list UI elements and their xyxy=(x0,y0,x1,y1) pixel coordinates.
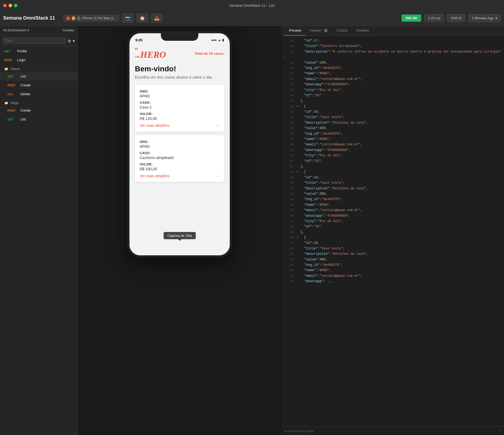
sidebar-item-casos-create[interactable]: POST Create xyxy=(0,81,77,90)
phone-time: 9:25 xyxy=(135,38,142,42)
sidebar-item-ongs-list[interactable]: GET List xyxy=(0,115,77,124)
share-icon[interactable]: 📤 xyxy=(151,14,162,23)
sidebar-item-label: List xyxy=(20,117,26,121)
phone-notch xyxy=(161,33,198,41)
tab-cookie[interactable]: Cookie xyxy=(332,26,352,36)
record-button[interactable] xyxy=(66,16,70,20)
json-line-39: 39 "id" : 19 , xyxy=(281,175,504,180)
method-get-badge: GET xyxy=(4,50,14,53)
sidebar-item-login[interactable]: POST Login xyxy=(0,56,77,64)
tab-preview[interactable]: Preview xyxy=(285,26,306,36)
ago-label: 2 Minutes Ago xyxy=(472,16,494,20)
json-line-51: 51 "id" : 20 , xyxy=(281,240,504,246)
caso-value-2: Cachorro atropleado xyxy=(140,156,220,160)
folder-icon: 📁 xyxy=(4,67,8,71)
phone-content: BE THE HERO Total de 15 casos. Bem-vindo… xyxy=(129,45,230,255)
json-line-16: 16 "title" : "Cachorro atropleado" , xyxy=(281,43,504,49)
json-line-31: 31 "ong_id" : "de4a92fd" , xyxy=(281,131,504,137)
sidebar-item-profile[interactable]: GET Profile xyxy=(0,47,77,56)
device-label: iPhone 11 Pro Max (1... xyxy=(82,16,116,20)
phone-welcome-heading: Bem-vindo! xyxy=(135,65,224,73)
time-badge: 2.25 ms xyxy=(424,14,444,22)
ong-value-2: APAD xyxy=(140,144,220,149)
json-line-44: 44 "name" : "APAD" , xyxy=(281,202,504,208)
json-line-34: 34 "whatsapp" : "4700000000" , xyxy=(281,148,504,153)
json-line-19: 19 "ong_id" : "de4a92fd" , xyxy=(281,65,504,71)
json-line-45: 45 "email" : "contato@apad.com.br" , xyxy=(281,208,504,213)
phone-app-header: BE THE HERO Total de 15 casos. xyxy=(135,45,224,61)
tab-header[interactable]: Header 8 xyxy=(306,26,332,36)
home-icon[interactable]: 🏠 xyxy=(137,14,148,23)
section-casos[interactable]: 📁 Casos xyxy=(0,64,77,72)
json-line-26: 26 ▼ { xyxy=(281,104,504,109)
help-icon[interactable]: ? xyxy=(499,429,501,433)
sidebar-item-casos-list[interactable]: GET List xyxy=(0,72,77,81)
json-line-38: 38 ▼ { xyxy=(281,169,504,175)
valor-label-2: VALOR: xyxy=(140,163,220,166)
json-line-30: 30 "value" : 900 , xyxy=(281,126,504,131)
fullscreen-button[interactable] xyxy=(14,4,17,7)
filter-input[interactable] xyxy=(3,37,66,44)
json-line-18: 18 "value" : 160 , xyxy=(281,60,504,65)
minimize-button[interactable] xyxy=(9,4,12,7)
add-button[interactable]: ⊕ xyxy=(68,38,71,43)
json-line-40: 40 "title" : "Caso teste" , xyxy=(281,180,504,186)
chevron-down-icon: ▾ xyxy=(27,28,29,32)
device-selector[interactable]: iPhone 11 Pro Max (1... xyxy=(63,15,119,21)
json-line-22: 22 "whatsapp" : "4700000000" , xyxy=(281,82,504,87)
arrow-right-icon-2: → xyxy=(216,174,220,178)
formula-text: $.store.books[*].author xyxy=(285,429,314,433)
ver-mais-link-2[interactable]: Ver mais detalhes → xyxy=(140,174,220,178)
json-line-55: 55 "ong_id" : "de4a92fd" , xyxy=(281,262,504,268)
ong-value-1: APAD xyxy=(140,94,220,98)
size-badge: 1045 B xyxy=(447,14,465,22)
battery-icon: ▮ xyxy=(222,38,224,42)
environment-selector[interactable]: No Environment ▾ xyxy=(3,28,29,32)
total-suffix: casos. xyxy=(214,51,224,56)
phone-preview-panel: 9:25 ●●● ▲ ▮ BE THE HERO xyxy=(78,26,281,435)
ver-mais-text-1: Ver mais detalhes xyxy=(140,123,169,128)
method-post-badge: POST xyxy=(8,84,18,87)
sidebar-header: No Environment ▾ Cookies xyxy=(0,26,77,35)
screenshot-icon[interactable]: 📷 xyxy=(122,14,134,23)
json-line-35: 35 "city" : "Rio do Sul" , xyxy=(281,153,504,158)
section-ongs[interactable]: 📁 Ongs xyxy=(0,98,77,106)
json-line-36: 36 "uf" : "SC" xyxy=(281,158,504,164)
total-prefix: Total de xyxy=(195,51,208,56)
traffic-lights xyxy=(3,4,17,7)
hero-logo: BE THE HERO xyxy=(135,48,166,59)
case-card-2[interactable]: ONG: APAD CASO: Cachorro atropleado VALO… xyxy=(135,135,224,182)
json-line-41: 41 "description" : "Detalhes do caso" , xyxy=(281,186,504,191)
sidebar-item-label: Login xyxy=(17,58,26,62)
json-line-37: 37 }, xyxy=(281,164,504,169)
header-count-badge: 8 xyxy=(324,29,328,32)
app-title: Semana OmniStack 11 xyxy=(3,15,57,21)
json-line-28: 28 "title" : "Caso teste" , xyxy=(281,115,504,120)
json-line-15: 15 "id" : 17 , xyxy=(281,38,504,43)
json-line-49: 49 }, xyxy=(281,230,504,235)
sidebar-item-label: Delete xyxy=(20,92,31,96)
chevron-down-icon[interactable]: ▾ xyxy=(495,16,497,20)
cookies-button[interactable]: Cookies xyxy=(63,28,74,32)
json-line-47: 47 "city" : "Rio do Sul" , xyxy=(281,219,504,224)
phone-status-icons: ●●● ▲ ▮ xyxy=(211,38,224,42)
method-post-badge: POST xyxy=(8,109,18,112)
formula-bar: $.store.books[*].author ? xyxy=(281,426,504,435)
method-get-badge: GET xyxy=(8,118,18,121)
signal-icon: ▲ xyxy=(218,38,221,42)
main-layout: No Environment ▾ Cookies ⊕ ▾ GET Profile… xyxy=(0,26,504,435)
options-button[interactable]: ▾ xyxy=(73,38,75,43)
close-button[interactable] xyxy=(3,4,7,7)
json-line-53: 53 "description" : "Detalhes do caso" , xyxy=(281,251,504,257)
ver-mais-link-1[interactable]: Ver mais detalhes → xyxy=(140,123,220,128)
sidebar-item-label: Create xyxy=(20,83,31,87)
case-card-1[interactable]: ONG: APAD CASO: Caso 2 VALOR: R$ 120,00 … xyxy=(135,85,224,131)
valor-label-1: VALOR: xyxy=(140,112,220,116)
json-line-50: 50 ▼ { xyxy=(281,235,504,240)
sidebar-item-casos-delete[interactable]: DEL Delete xyxy=(0,90,77,98)
gray-dot xyxy=(77,16,81,20)
sidebar-item-ongs-create[interactable]: POST Create xyxy=(0,106,77,115)
tab-timeline[interactable]: Timeline xyxy=(352,26,374,36)
window-title: Semana OmniStack 11 – List xyxy=(229,3,275,8)
section-label: Ongs xyxy=(10,101,19,105)
